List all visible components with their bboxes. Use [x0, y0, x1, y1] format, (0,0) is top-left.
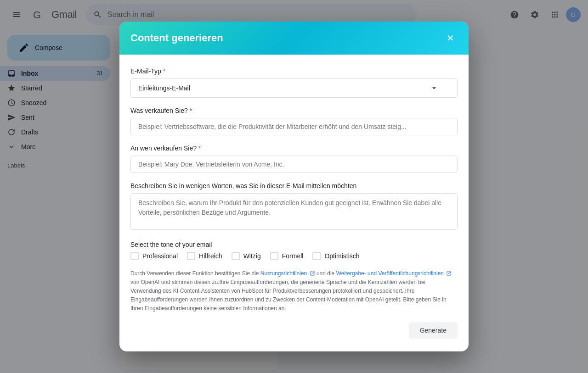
- modal-body: E-Mail-Typ * Einleitungs-E-Mail Was verk…: [119, 55, 469, 352]
- external-link-icon-1: [310, 271, 315, 276]
- email-type-select-wrapper: Einleitungs-E-Mail: [130, 78, 458, 98]
- tone-witzig-checkbox[interactable]: [232, 252, 240, 260]
- tone-hilfreich[interactable]: Hilfreich: [187, 252, 222, 260]
- tone-hilfreich-label: Hilfreich: [199, 252, 222, 260]
- email-type-select[interactable]: Einleitungs-E-Mail: [130, 78, 458, 98]
- external-link-icon-2: [446, 271, 452, 276]
- describe-group: Beschreiben Sie in wenigen Worten, was S…: [130, 182, 458, 232]
- what-sell-group: Was verkaufen Sie? *: [130, 107, 458, 135]
- modal-title: Content generieren: [130, 32, 223, 44]
- tone-professional[interactable]: Professional: [130, 252, 178, 260]
- email-type-group: E-Mail-Typ * Einleitungs-E-Mail: [130, 67, 458, 98]
- disclaimer-text: Durch Verwenden dieser Funktion bestätig…: [130, 269, 458, 313]
- whom-sell-input[interactable]: [130, 156, 458, 173]
- tone-professional-label: Professional: [142, 252, 178, 260]
- tone-formell-checkbox[interactable]: [270, 252, 278, 260]
- generate-button[interactable]: Generate: [409, 322, 458, 339]
- tone-hilfreich-checkbox[interactable]: [187, 252, 195, 260]
- chevron-down-icon: [430, 84, 439, 93]
- whom-sell-group: An wen verkaufen Sie? *: [130, 145, 458, 173]
- disclaimer-text3: von OpenAI und stimmen diesen zu.Ihre Ei…: [130, 279, 447, 312]
- whom-sell-label: An wen verkaufen Sie? *: [130, 145, 458, 152]
- tone-checkboxes: Professional Hilfreich Witzig Formell: [130, 252, 458, 260]
- tone-formell[interactable]: Formell: [270, 252, 304, 260]
- email-type-required: *: [163, 67, 165, 75]
- modal-overlay: Content generieren ✕ E-Mail-Typ * Einlei…: [0, 0, 588, 373]
- disclaimer-text2: und die: [317, 270, 336, 277]
- describe-label: Beschreiben Sie in wenigen Worten, was S…: [130, 182, 458, 189]
- tone-group-container: Select the tone of your email Profession…: [130, 241, 458, 260]
- disclaimer-text1: Durch Verwenden dieser Funktion bestätig…: [130, 270, 260, 277]
- describe-textarea[interactable]: [130, 193, 458, 230]
- modal-header: Content generieren ✕: [119, 22, 469, 55]
- content-generieren-modal: Content generieren ✕ E-Mail-Typ * Einlei…: [119, 22, 469, 352]
- tone-label: Select the tone of your email: [130, 241, 458, 248]
- tone-optimistisch-checkbox[interactable]: [312, 252, 321, 260]
- what-sell-label: Was verkaufen Sie? *: [130, 107, 458, 114]
- email-type-value: Einleitungs-E-Mail: [138, 84, 190, 92]
- tone-witzig[interactable]: Witzig: [232, 252, 261, 260]
- tone-optimistisch[interactable]: Optimistisch: [312, 252, 359, 260]
- tone-professional-checkbox[interactable]: [130, 252, 139, 260]
- tone-formell-label: Formell: [282, 252, 304, 260]
- nutzungsrichtlinien-link[interactable]: Nutzungsrichtlinien: [260, 270, 317, 277]
- email-type-label: E-Mail-Typ *: [130, 67, 458, 75]
- modal-close-button[interactable]: ✕: [443, 31, 458, 45]
- disclaimer-section: Durch Verwenden dieser Funktion bestätig…: [130, 269, 458, 339]
- tone-optimistisch-label: Optimistisch: [324, 252, 359, 260]
- tone-witzig-label: Witzig: [243, 252, 261, 260]
- weitergabe-link[interactable]: Weitergabe- und Veröffentlichungsrichtli…: [336, 270, 452, 277]
- what-sell-input[interactable]: [130, 118, 458, 135]
- what-sell-required: *: [190, 107, 192, 114]
- whom-sell-required: *: [198, 145, 201, 152]
